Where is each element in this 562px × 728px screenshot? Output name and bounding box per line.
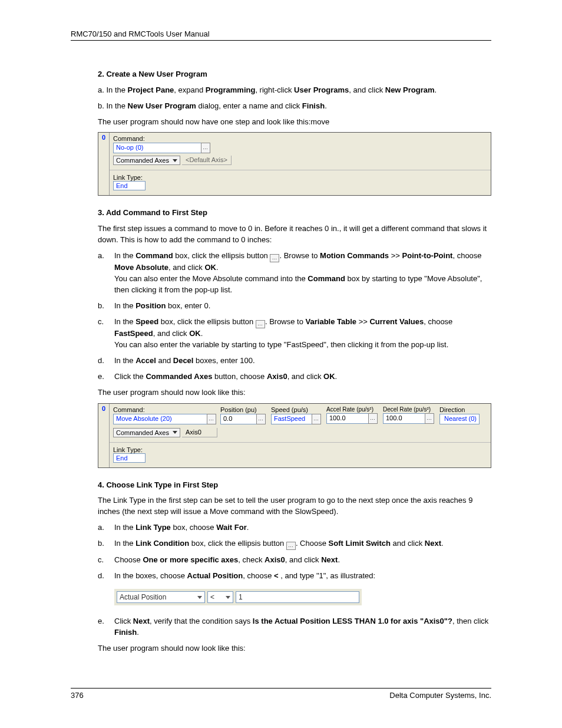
content: 2. Create a New User Program a. In the P… (98, 69, 491, 654)
chevron-down-icon (197, 596, 202, 599)
sec4-list: a. In the Link Type box, choose Wait For… (98, 522, 491, 582)
ellipsis-icon: … (286, 542, 296, 550)
ellipsis-icon: … (270, 254, 279, 262)
ellipsis-icon[interactable]: … (201, 143, 210, 153)
command-label: Command: (113, 135, 487, 142)
company-name: Delta Computer Systems, Inc. (389, 691, 491, 700)
ellipsis-icon[interactable]: … (368, 413, 378, 424)
ellipsis-icon[interactable]: … (207, 414, 216, 424)
sec3-list: a. In the Command box, click the ellipsi… (98, 251, 491, 383)
speed-field[interactable]: FastSpeed (271, 414, 312, 424)
col-accel: Accel Rate (pu/s²) (326, 406, 381, 413)
sec2-b: b. In the New User Program dialog, enter… (98, 101, 491, 112)
decel-field[interactable]: 100.0 (383, 413, 425, 424)
sec4-outro: The user program should now look like th… (98, 643, 491, 654)
col-position: Position (pu) (220, 406, 269, 413)
condition-value-input[interactable]: 1 (236, 591, 359, 603)
sec4-intro: The Link Type in the first step can be s… (98, 495, 491, 518)
ellipsis-icon: … (256, 320, 265, 328)
chevron-down-icon (226, 596, 230, 599)
section-3-title: 3. Add Command to First Step (98, 207, 491, 219)
sec3-outro: The user program should now look like th… (98, 387, 491, 398)
sec2-a: a. In the Project Pane, expand Programmi… (98, 85, 491, 96)
sec3-intro: The first step issues a command to move … (98, 223, 491, 246)
ellipsis-icon[interactable]: … (256, 414, 266, 424)
axis-cell[interactable]: <Default Axis> (182, 156, 232, 165)
running-header: RMC70/150 and RMCTools User Manual (71, 29, 491, 41)
commanded-axes-button[interactable]: Commanded Axes (113, 156, 180, 165)
col-speed: Speed (pu/s) (271, 406, 324, 413)
command-field[interactable]: Move Absolute (20) (113, 414, 207, 424)
page-number: 376 (71, 691, 84, 700)
program-step-screenshot-2: 0 Command: Move Absolute (20) … Position… (98, 403, 491, 468)
sec2-line: The user program should now have one ste… (98, 117, 491, 128)
linktype-label: Link Type: (113, 446, 487, 453)
axis-cell[interactable]: Axis0 (182, 428, 217, 437)
position-field[interactable]: 0.0 (220, 414, 257, 424)
commanded-axes-button[interactable]: Commanded Axes (113, 428, 180, 437)
sec4-list-2: e. Click Next, verify that the condition… (98, 616, 491, 638)
col-command: Command: (113, 406, 218, 413)
direction-field[interactable]: Nearest (0) (439, 414, 480, 424)
col-direction: Direction (439, 406, 481, 413)
linktype-label: Link Type: (113, 174, 487, 181)
step-number: 0 (98, 404, 110, 467)
step-number: 0 (98, 133, 110, 195)
accel-field[interactable]: 100.0 (326, 413, 369, 424)
condition-op-select[interactable]: < (207, 591, 233, 603)
section-2-title: 2. Create a New User Program (98, 69, 491, 80)
chevron-down-icon (173, 431, 177, 434)
command-field[interactable]: No-op (0) (113, 143, 201, 153)
condition-builder-screenshot: Actual Position < 1 (114, 589, 362, 605)
linktype-field[interactable]: End (113, 181, 146, 190)
program-step-screenshot-1: 0 Command: No-op (0) … Commanded Axes <D… (98, 132, 491, 196)
page: RMC70/150 and RMCTools User Manual 2. Cr… (0, 0, 562, 728)
section-4-title: 4. Choose Link Type in First Step (98, 480, 491, 491)
linktype-field[interactable]: End (113, 453, 146, 463)
chevron-down-icon (173, 159, 177, 162)
ellipsis-icon[interactable]: … (425, 413, 434, 424)
col-decel: Decel Rate (pu/s²) (383, 406, 437, 413)
condition-field-select[interactable]: Actual Position (117, 591, 205, 603)
ellipsis-icon[interactable]: … (312, 414, 321, 424)
footer: 376 Delta Computer Systems, Inc. (71, 688, 491, 700)
